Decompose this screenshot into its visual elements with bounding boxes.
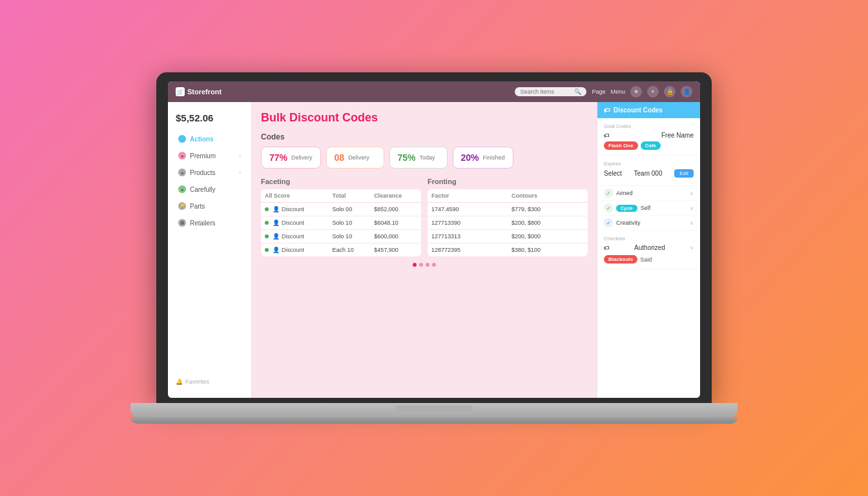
nav-actions-label: Actions <box>190 136 214 143</box>
col-clearance: Clearance <box>370 189 421 203</box>
creativity-item[interactable]: ✓ Creativity ∨ <box>597 216 700 231</box>
col-all-score: All Score <box>261 189 329 203</box>
sidebar-nav: ● Actions ● Premium › ● Products › <box>168 131 251 373</box>
table-row: 👤 Discount Solo 10 $6048.10 <box>261 216 421 230</box>
laptop-bottom <box>130 417 738 424</box>
goal-value: Free Name <box>661 132 694 139</box>
row-price: $200, $000 <box>508 230 588 243</box>
said-label: Said <box>640 256 652 263</box>
codes-section-title: Codes <box>261 132 588 141</box>
actions-icon: ● <box>178 135 186 143</box>
status-dot <box>265 248 269 252</box>
premium-arrow: › <box>239 153 241 159</box>
col-factor: Factor <box>428 189 508 203</box>
cycle-chevron: ∨ <box>690 205 694 211</box>
pagination-dot-2[interactable] <box>426 263 429 267</box>
user-btn[interactable]: 👤 <box>681 86 692 98</box>
self-label: Self <box>641 205 687 211</box>
search-input[interactable] <box>520 88 572 95</box>
aimed-label: Aimed <box>616 190 687 196</box>
col-contours: Contours <box>508 189 588 203</box>
tables-row: Faceting All Score Total Clearance <box>261 178 588 256</box>
sidebar-footer: 🔔 Favorites <box>168 373 251 390</box>
nav-products-label: Products <box>190 169 215 176</box>
row-total: Solo 10 <box>329 216 371 230</box>
flash-one-badge[interactable]: Flash One <box>604 141 638 150</box>
cycle-item[interactable]: ✓ Cycle Self ∨ <box>597 201 700 216</box>
sidebar-item-premium[interactable]: ● Premium › <box>170 148 249 163</box>
sidebar-item-actions[interactable]: ● Actions <box>170 131 249 147</box>
row-price: $380, $100 <box>508 243 588 257</box>
table-right-section: Fronting Factor Contours <box>428 178 588 256</box>
stat-label-1: Delivery <box>348 154 369 161</box>
right-panel-header: 🏷 Discount Codes <box>597 102 700 118</box>
sidebar-item-retailers[interactable]: ▦ Retailers <box>170 215 249 231</box>
page-title: Bulk Discount Codes <box>261 111 588 125</box>
cycle-badge[interactable]: Cycle <box>616 205 637 212</box>
pagination-dot-3[interactable] <box>432 263 436 267</box>
cafe-badge[interactable]: Cafe <box>641 141 661 150</box>
sidebar-item-carefully[interactable]: ● Carefully <box>170 181 249 197</box>
creativity-chevron: ∨ <box>690 220 694 226</box>
stat-percent-0: 77% <box>269 152 287 163</box>
table-row: 👤 Discount Each 10 $457,900 <box>261 243 421 257</box>
retailers-icon: ▦ <box>178 219 186 227</box>
topbar-search[interactable]: 🔍 <box>515 87 586 96</box>
row-clearance: $457,900 <box>370 243 421 257</box>
sidebar-item-products[interactable]: ● Products › <box>170 165 249 180</box>
logo-icon: 🛒 <box>176 87 185 96</box>
row-name: 👤 Discount <box>265 247 325 253</box>
theme-btn[interactable]: ☀ <box>630 86 642 98</box>
page-btn[interactable]: Page <box>592 88 605 95</box>
stats-row: 77% Delivery 08 Delivery 75% Today 20% <box>261 147 588 169</box>
table-row: 👤 Discount Solo 00 $852,000 <box>261 203 421 216</box>
row-id: 127713390 <box>428 216 508 230</box>
creativity-label: Creativity <box>616 220 687 226</box>
blackouts-badge[interactable]: Blackouts <box>604 255 637 264</box>
pagination-dot-1[interactable] <box>419 263 423 267</box>
row-clearance: $852,000 <box>370 203 421 216</box>
stat-label-3: Finished <box>483 154 505 161</box>
checklist-row: 🏷 Authorized ∨ <box>604 244 694 251</box>
aimed-chevron: ∨ <box>690 191 694 196</box>
pagination-dot-0[interactable] <box>413 263 417 267</box>
table-row: 👤 Discount Solo 10 $600,000 <box>261 230 421 243</box>
creativity-icon: ✓ <box>604 218 613 227</box>
pagination <box>261 263 588 267</box>
nav-carefully-label: Carefully <box>190 186 215 193</box>
stat-card-1: 08 Delivery <box>326 147 384 169</box>
edit-button[interactable]: Edit <box>674 169 694 178</box>
search-icon[interactable]: 🔍 <box>574 88 581 95</box>
row-price: $200, $800 <box>508 216 588 230</box>
table-left-title: Faceting <box>261 178 421 185</box>
table-left-section: Faceting All Score Total Clearance <box>261 178 421 256</box>
stat-card-0: 77% Delivery <box>261 147 321 169</box>
row-name: 👤 Discount <box>265 206 325 212</box>
table-left: All Score Total Clearance 👤 Discount Sol… <box>261 189 421 256</box>
row-id: 1747.4590 <box>428 203 508 216</box>
aimed-item[interactable]: ✓ Aimed ∨ <box>597 186 700 201</box>
stat-percent-1: 08 <box>335 152 345 163</box>
nav-premium-label: Premium <box>190 152 216 160</box>
authorized-icon: 🏷 <box>604 245 610 251</box>
stat-card-3: 20% Finished <box>453 147 513 169</box>
table-right-title: Fronting <box>428 178 588 185</box>
add-btn[interactable]: + <box>647 86 659 98</box>
lock-btn[interactable]: 🔒 <box>664 86 676 98</box>
table-row: 127713313 $200, $000 <box>428 230 588 243</box>
center-panel: Bulk Discount Codes Codes 77% Delivery 0… <box>252 102 597 398</box>
table-right: Factor Contours 1747.4590 $779, $300 <box>428 189 588 256</box>
topbar: 🛒 Storefront 🔍 Page Menu ☀ + 🔒 👤 <box>168 81 700 102</box>
products-icon: ● <box>178 169 186 176</box>
stat-percent-3: 20% <box>461 152 479 163</box>
menu-btn[interactable]: Menu <box>610 88 625 95</box>
footer-label: Favorites <box>185 378 209 385</box>
authorized-chevron: ∨ <box>690 245 694 251</box>
right-panel-title: Discount Codes <box>614 107 663 114</box>
row-name: 👤 Discount <box>265 233 325 240</box>
expires-section: Expires Select Team 000 Edit <box>597 156 700 186</box>
sidebar-item-parts[interactable]: 🔑 Parts <box>170 198 249 214</box>
checklist-label: Checklist <box>604 236 694 242</box>
products-arrow: › <box>239 170 241 176</box>
row-total: Each 10 <box>329 243 371 257</box>
